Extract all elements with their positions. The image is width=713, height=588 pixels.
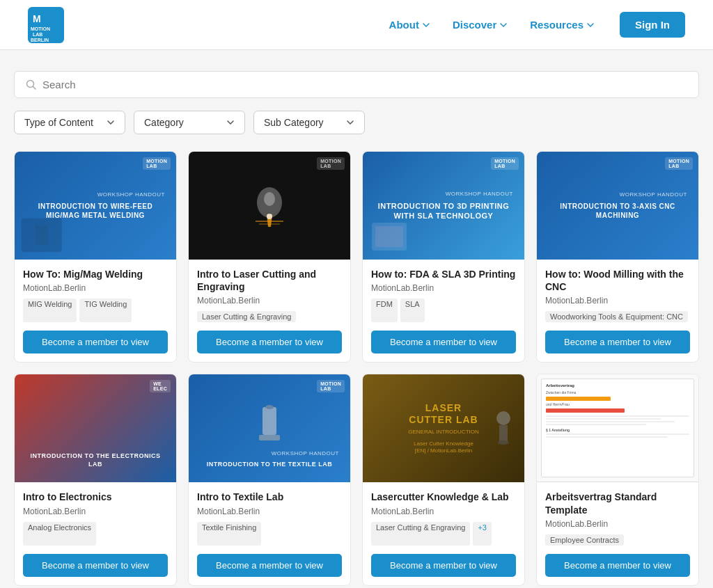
svg-line-6: [33, 86, 36, 89]
card-tags: MIG WeldingTIG Welding: [23, 299, 168, 322]
card-author: MotionLab.Berlin: [371, 507, 516, 516]
tag: SLA: [400, 299, 425, 322]
become-member-button[interactable]: Become a member to view: [23, 554, 168, 577]
svg-text:BERLIN: BERLIN: [31, 38, 49, 42]
card-tags: Textile Finishing: [197, 522, 342, 546]
card-tags: Laser Cutting & Engraving: [197, 311, 342, 322]
card-body: Arbeitsvertrag Standard TemplateMotionLa…: [537, 482, 698, 585]
logo-icon: M MOTION LAB BERLIN: [28, 7, 64, 43]
svg-point-18: [265, 405, 274, 409]
card-title: Lasercutter Knowledge & Lab: [371, 491, 516, 503]
card-author: MotionLab.Berlin: [197, 296, 342, 305]
card-title: Intro to Electronics: [23, 491, 168, 503]
card-textile: MOTIONLAB Workshop handout INTRODUCTION …: [188, 374, 351, 585]
svg-text:LAB: LAB: [33, 32, 42, 37]
svg-point-12: [267, 214, 272, 219]
filter-row: Type of Content Category Sub Category: [14, 111, 699, 134]
card-tags: FDMSLA: [371, 299, 516, 322]
tag: MIG Welding: [23, 299, 77, 322]
type-of-content-filter[interactable]: Type of Content: [14, 111, 125, 134]
card-mig-mag: MOTIONLAB Workshop handout INTRODUCTION …: [14, 151, 177, 363]
svg-rect-8: [35, 225, 48, 246]
card-title: Intro to Textile Lab: [197, 491, 342, 503]
card-tags: Analog Electronics: [23, 522, 168, 546]
card-author: MotionLab.Berlin: [23, 283, 168, 293]
card-title: Arbeitsvertrag Standard Template: [545, 491, 690, 516]
svg-rect-16: [375, 226, 403, 247]
search-bar: [14, 71, 699, 98]
cards-grid: MOTIONLAB Workshop handout INTRODUCTION …: [14, 151, 699, 586]
card-body: Lasercutter Knowledge & LabMotionLab.Ber…: [363, 482, 524, 585]
card-tags: Employee Contracts: [545, 534, 690, 546]
chevron-down-icon: [586, 21, 595, 29]
become-member-button[interactable]: Become a member to view: [371, 554, 516, 577]
card-arbeitsvertrag: Arbeitsvertrag Zwischen die Firma und He…: [536, 374, 699, 585]
svg-rect-19: [259, 435, 280, 440]
signin-button[interactable]: Sign In: [620, 12, 685, 38]
nav-about[interactable]: About: [381, 13, 439, 36]
svg-point-22: [498, 440, 509, 445]
card-body: Intro to ElectronicsMotionLab.BerlinAnal…: [15, 482, 176, 585]
chevron-down-icon: [346, 118, 354, 127]
become-member-button[interactable]: Become a member to view: [545, 554, 690, 577]
svg-rect-21: [499, 425, 508, 443]
nav-discover[interactable]: Discover: [444, 13, 516, 36]
tag: TIG Welding: [79, 299, 132, 322]
chevron-down-icon: [422, 21, 430, 29]
become-member-button[interactable]: Become a member to view: [545, 331, 690, 353]
card-body: How To: Mig/Mag WeldingMotionLab.BerlinM…: [15, 260, 176, 362]
card-author: MotionLab.Berlin: [23, 507, 168, 516]
tag: Laser Cutting & Engraving: [197, 311, 296, 322]
tag-more: +3: [473, 522, 492, 546]
card-body: How to: Wood Milling with the CNCMotionL…: [537, 260, 698, 362]
card-tags: Laser Cutting & Engraving+3: [371, 522, 516, 546]
svg-point-20: [496, 411, 510, 425]
card-body: Intro to Laser Cutting and EngravingMoti…: [189, 260, 350, 362]
svg-text:MOTION: MOTION: [31, 26, 50, 31]
become-member-button[interactable]: Become a member to view: [197, 554, 342, 577]
card-body: How to: FDA & SLA 3D PrintingMotionLab.B…: [363, 260, 524, 362]
category-filter[interactable]: Category: [134, 111, 245, 134]
search-icon: [26, 79, 37, 90]
subcategory-filter[interactable]: Sub Category: [253, 111, 365, 134]
svg-text:M: M: [33, 13, 41, 24]
tag: Textile Finishing: [197, 522, 261, 546]
card-author: MotionLab.Berlin: [545, 519, 690, 529]
become-member-button[interactable]: Become a member to view: [371, 331, 516, 353]
card-fda-sla: MOTIONLAB Workshop handout Introduction …: [362, 151, 525, 363]
tag: Woodworking Tools & Equipment: CNC: [545, 311, 688, 322]
nav-resources[interactable]: Resources: [522, 13, 603, 36]
chevron-down-icon: [107, 118, 115, 127]
svg-rect-17: [263, 407, 276, 435]
card-electronics: WEELEC INTRODUCTION TO THE ELECTRONICS L…: [14, 374, 177, 585]
card-laser-cutting: MOTIONLAB Intro to Laser Cutting and Eng…: [188, 151, 351, 363]
card-author: MotionLab.Berlin: [545, 296, 690, 305]
card-lasercutter: LASERCUTTER LAB GENERAL INTRODUCTION Las…: [362, 374, 525, 585]
card-body: Intro to Textile LabMotionLab.BerlinText…: [189, 482, 350, 585]
become-member-button[interactable]: Become a member to view: [23, 331, 168, 353]
card-author: MotionLab.Berlin: [371, 283, 516, 293]
card-title: How to: FDA & SLA 3D Printing: [371, 268, 516, 280]
chevron-down-icon: [499, 21, 508, 29]
become-member-button[interactable]: Become a member to view: [197, 331, 342, 353]
card-cnc: MOTIONLAB Workshop handout Introduction …: [536, 151, 699, 363]
card-title: How To: Mig/Mag Welding: [23, 268, 168, 280]
tag: FDM: [371, 299, 398, 322]
card-title: Intro to Laser Cutting and Engraving: [197, 268, 342, 293]
svg-point-10: [264, 192, 275, 206]
nav: About Discover Resources Sign In: [381, 12, 685, 38]
header: M MOTION LAB BERLIN About Discover Resou…: [0, 0, 713, 50]
tag: Analog Electronics: [23, 522, 96, 546]
card-title: How to: Wood Milling with the CNC: [545, 268, 690, 293]
chevron-down-icon: [226, 118, 235, 127]
card-author: MotionLab.Berlin: [197, 507, 342, 516]
tag: Employee Contracts: [545, 534, 624, 546]
main-content: Type of Content Category Sub Category MO…: [0, 50, 713, 588]
tag: Laser Cutting & Engraving: [371, 522, 470, 546]
logo[interactable]: M MOTION LAB BERLIN: [28, 7, 64, 43]
card-tags: Woodworking Tools & Equipment: CNC: [545, 311, 690, 322]
search-input[interactable]: [42, 79, 687, 90]
